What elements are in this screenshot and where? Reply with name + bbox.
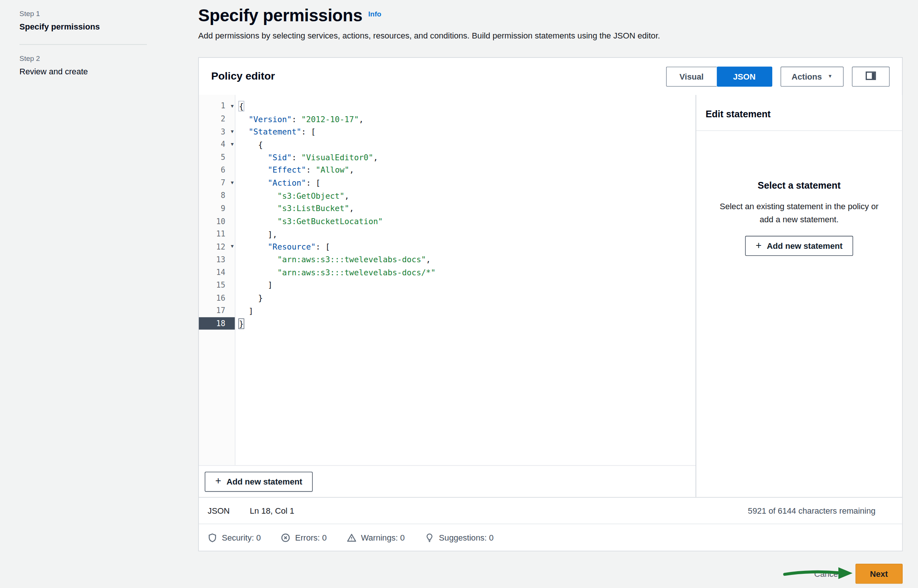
- validation-security[interactable]: Security: 0: [208, 533, 261, 542]
- next-button[interactable]: Next: [855, 564, 903, 584]
- line-number: 15: [199, 279, 235, 291]
- code-text[interactable]: }: [235, 319, 244, 328]
- code-line[interactable]: 1▼{: [199, 100, 696, 112]
- code-text[interactable]: "Action": [: [235, 178, 321, 187]
- page: Step 1 Specify permissions Step 2 Review…: [0, 0, 918, 588]
- code-lines[interactable]: 1▼{2 "Version": "2012-10-17",3▼ "Stateme…: [199, 95, 696, 465]
- line-number: 1▼: [199, 100, 235, 112]
- security-shield-icon: [208, 533, 217, 542]
- wizard-step-1: Step 1 Specify permissions: [19, 9, 147, 31]
- info-link[interactable]: Info: [368, 10, 381, 18]
- code-text[interactable]: "arn:aws:s3:::twelevelabs-docs",: [235, 255, 431, 264]
- actions-dropdown-button[interactable]: Actions ▼: [780, 66, 844, 87]
- code-text[interactable]: ]: [235, 280, 272, 289]
- validation-warnings[interactable]: Warnings: 0: [347, 533, 405, 542]
- code-text[interactable]: {: [235, 140, 263, 149]
- edit-statement-panel: Edit statement Select a statement Select…: [696, 95, 902, 497]
- select-statement-text: Select an existing statement in the poli…: [709, 200, 889, 226]
- code-line[interactable]: 15 ]: [199, 279, 696, 291]
- code-line[interactable]: 6 "Effect": "Allow",: [199, 164, 696, 176]
- page-description: Add permissions by selecting services, a…: [198, 31, 903, 40]
- editor-header-controls: Visual JSON Actions ▼: [666, 66, 890, 87]
- code-text[interactable]: ]: [235, 306, 253, 315]
- line-number: 10: [199, 215, 235, 228]
- line-number: 14: [199, 266, 235, 279]
- add-new-statement-label: Add new statement: [227, 477, 303, 486]
- code-text[interactable]: "s3:ListBucket",: [235, 204, 354, 213]
- code-line[interactable]: 18}: [199, 317, 696, 330]
- fullscreen-button[interactable]: [852, 66, 890, 87]
- validation-errors[interactable]: Errors: 0: [281, 533, 327, 542]
- code-text[interactable]: }: [235, 293, 263, 303]
- steps-divider: [19, 44, 147, 45]
- code-text[interactable]: "Resource": [: [235, 242, 330, 251]
- actions-label: Actions: [792, 72, 822, 81]
- code-line[interactable]: 13 "arn:aws:s3:::twelevelabs-docs",: [199, 253, 696, 266]
- code-text[interactable]: "Effect": "Allow",: [235, 165, 354, 174]
- code-line[interactable]: 9 "s3:ListBucket",: [199, 202, 696, 215]
- code-line[interactable]: 4▼ {: [199, 138, 696, 150]
- page-title: Specify permissions: [198, 6, 362, 25]
- code-line[interactable]: 3▼ "Statement": [: [199, 125, 696, 138]
- line-number: 7▼: [199, 176, 235, 189]
- wizard-steps-nav: Step 1 Specify permissions Step 2 Review…: [19, 5, 147, 76]
- line-number: 5: [199, 151, 235, 164]
- json-toggle-button[interactable]: JSON: [717, 66, 772, 87]
- code-text[interactable]: ],: [235, 229, 277, 239]
- status-mode: JSON: [208, 506, 230, 515]
- code-line[interactable]: 7▼ "Action": [: [199, 176, 696, 189]
- editor-mode-toggle: Visual JSON: [666, 66, 772, 87]
- line-number: 2: [199, 112, 235, 125]
- fullscreen-icon: [866, 71, 876, 81]
- code-line[interactable]: 10 "s3:GetBucketLocation": [199, 215, 696, 228]
- add-new-statement-button[interactable]: + Add new statement: [205, 472, 313, 492]
- line-number: 18: [199, 317, 235, 330]
- step2-link-review-and-create[interactable]: Review and create: [19, 66, 147, 76]
- status-characters-remaining: 5921 of 6144 characters remaining: [748, 506, 876, 515]
- fold-toggle-icon[interactable]: ▼: [231, 103, 234, 108]
- code-text[interactable]: "Sid": "VisualEditor0",: [235, 152, 378, 162]
- fold-toggle-icon[interactable]: ▼: [231, 180, 234, 185]
- json-editor-pane: 1▼{2 "Version": "2012-10-17",3▼ "Stateme…: [199, 95, 696, 497]
- code-text[interactable]: "s3:GetBucketLocation": [235, 216, 383, 226]
- line-number: 3▼: [199, 125, 235, 138]
- statement-empty-state: Select a statement Select an existing st…: [696, 131, 902, 256]
- fold-toggle-icon[interactable]: ▼: [231, 129, 234, 134]
- visual-toggle-button[interactable]: Visual: [666, 66, 717, 87]
- policy-editor-title: Policy editor: [211, 70, 275, 82]
- page-header: Specify permissionsInfo Add permissions …: [198, 6, 903, 40]
- code-line[interactable]: 11 ],: [199, 228, 696, 240]
- code-line[interactable]: 17 ]: [199, 304, 696, 317]
- code-text[interactable]: "arn:aws:s3:::twelevelabs-docs/*": [235, 268, 436, 277]
- code-line[interactable]: 12▼ "Resource": [: [199, 240, 696, 253]
- code-line[interactable]: 8 "s3:GetObject",: [199, 189, 696, 202]
- line-number: 13: [199, 253, 235, 266]
- suggestions-icon: [424, 533, 434, 542]
- select-statement-title: Select a statement: [709, 181, 889, 191]
- code-text[interactable]: "s3:GetObject",: [235, 191, 349, 200]
- code-line[interactable]: 5 "Sid": "VisualEditor0",: [199, 151, 696, 164]
- code-line[interactable]: 2 "Version": "2012-10-17",: [199, 112, 696, 125]
- policy-editor-card: Policy editor Visual JSON Actions ▼: [198, 57, 903, 551]
- code-text[interactable]: {: [235, 101, 244, 111]
- line-number: 11: [199, 228, 235, 240]
- step2-label: Step 2: [19, 54, 147, 62]
- validation-suggestions[interactable]: Suggestions: 0: [424, 533, 494, 542]
- code-line[interactable]: 16 }: [199, 291, 696, 304]
- wizard-step-2: Step 2 Review and create: [19, 54, 147, 76]
- code-text[interactable]: "Statement": [: [235, 127, 316, 136]
- fold-toggle-icon[interactable]: ▼: [231, 142, 234, 147]
- cancel-button[interactable]: Cancel: [814, 569, 840, 578]
- panel-add-new-statement-button[interactable]: + Add new statement: [745, 236, 853, 256]
- step1-link-specify-permissions[interactable]: Specify permissions: [19, 22, 147, 31]
- editor-body: 1▼{2 "Version": "2012-10-17",3▼ "Stateme…: [199, 95, 902, 497]
- warnings-icon: [347, 533, 356, 542]
- step1-label: Step 1: [19, 9, 147, 18]
- wizard-footer: Cancel Next: [814, 563, 903, 584]
- code-line[interactable]: 14 "arn:aws:s3:::twelevelabs-docs/*": [199, 266, 696, 279]
- caret-down-icon: ▼: [828, 74, 833, 79]
- fold-toggle-icon[interactable]: ▼: [231, 244, 234, 249]
- line-number: 4▼: [199, 138, 235, 150]
- line-number: 12▼: [199, 240, 235, 253]
- code-text[interactable]: "Version": "2012-10-17",: [235, 114, 364, 123]
